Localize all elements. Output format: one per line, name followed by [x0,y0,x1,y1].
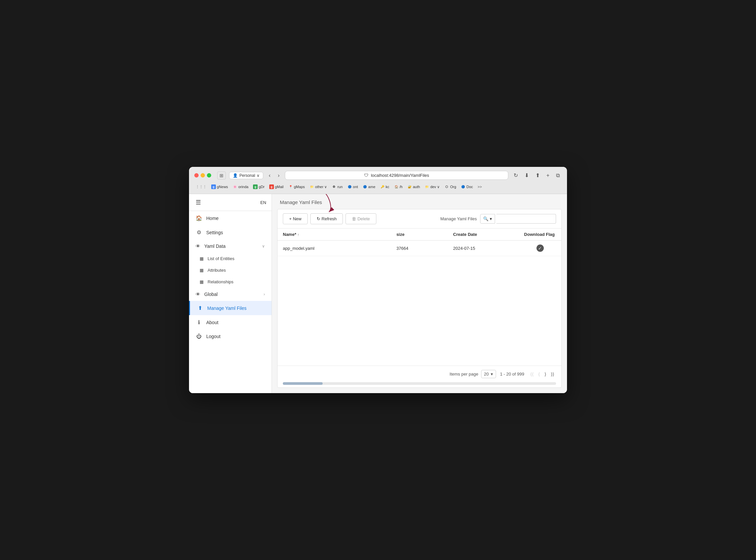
per-page-value: 20 [484,372,489,377]
bookmark-gmaps[interactable]: 📍 gMaps [287,184,306,190]
minimize-button[interactable] [201,173,205,178]
share-button[interactable]: ⬆ [533,171,542,180]
bookmark-org[interactable]: ⬡ Org [443,184,457,190]
yaml-data-chevron-icon: ∨ [262,244,265,248]
sidebar-item-about[interactable]: ℹ About [189,315,272,329]
search-icon: 🔍 [483,216,488,221]
bookmark-gmail[interactable]: g gMail [268,184,285,190]
forward-button[interactable]: › [276,171,281,180]
home-icon: 🏠 [196,215,202,221]
cell-size: 37664 [391,241,448,256]
profile-button[interactable]: 👤 Personal ∨ [229,172,263,179]
col-header-flag[interactable]: Download Flag [519,228,561,241]
shield-icon: 🛡 [364,173,369,178]
sidebar-item-settings[interactable]: ⚙ Settings [189,225,272,240]
sidebar-item-relationships[interactable]: ▦ Relationships [189,276,272,288]
sidebar-item-yaml-data[interactable]: 👁 Yaml Data ∨ [189,240,272,253]
refresh-button[interactable]: ↻ Refresh [310,213,343,224]
sidebar-item-manage-label: Manage Yaml Files [207,305,247,311]
bookmark-other[interactable]: 📁 other ∨ [308,184,328,190]
table-header-row: Name* ↑ size Create Date Download Flag [277,228,561,241]
pagination-bar: Items per page 20 ▾ 1 - 20 of 999 ⟨⟨ ⟨ ⟩… [277,365,561,382]
sidebar-item-logout-label: Logout [206,334,220,339]
bookmark-auth[interactable]: 🔐 auth [406,184,421,190]
bookmark-gdr[interactable]: g gDr [252,184,266,190]
about-icon: ℹ [196,319,202,325]
bookmark-kc[interactable]: 🔑 kc [379,184,391,190]
reload-button[interactable]: ↻ [512,171,520,180]
scrollbar-thumb[interactable] [283,382,323,385]
attributes-icon: ▦ [200,268,204,273]
sidebar-item-global[interactable]: 👁 Global › [189,288,272,301]
nav-section: 🏠 Home ⚙ Settings 👁 Yaml Data ∨ ▦ [189,211,272,343]
maximize-button[interactable] [207,173,211,178]
first-page-button[interactable]: ⟨⟨ [528,370,536,378]
bookmarks-bar: ⋮⋮⋮ g gNews 🌸 orinda g gDr g gMail 📍 gMa… [194,182,562,191]
bookmark-apps[interactable]: ⋮⋮⋮ [194,184,208,190]
bookmark-h[interactable]: 🏠 /h [393,184,404,190]
list-entities-icon: ▦ [200,256,204,261]
hamburger-button[interactable]: ☰ [194,197,202,207]
profile-label: Personal [239,173,255,178]
url-text: localhost:4298/main/YamlFiles [371,173,429,178]
bookmark-ont[interactable]: 🔵 ont [346,184,359,190]
cell-flag: ✓ [519,241,561,256]
sidebar-item-global-label: Global [204,292,217,297]
bookmark-doc[interactable]: 🔵 Doc [460,184,475,190]
settings-icon: ⚙ [196,229,202,236]
sort-icon: ↑ [297,233,299,237]
sidebar-item-attributes[interactable]: ▦ Attributes [189,264,272,276]
next-page-button[interactable]: ⟩ [543,370,548,378]
bookmark-gnews[interactable]: g gNews [210,184,229,190]
relationships-icon: ▦ [200,279,204,284]
download-button[interactable]: ⬇ [523,171,531,180]
back-button[interactable]: ‹ [267,171,272,180]
items-per-page-label: Items per page [449,372,479,377]
per-page-dropdown[interactable]: 20 ▾ [481,370,496,378]
page-header: Manage Yaml Files [272,194,567,209]
search-filter-button[interactable]: 🔍 ▾ [480,214,495,224]
address-bar[interactable]: 🛡 localhost:4298/main/YamlFiles [285,171,508,180]
close-button[interactable] [194,173,198,178]
breadcrumb: Manage Yaml Files [280,199,559,205]
last-page-button[interactable]: ⟩⟩ [549,370,556,378]
download-flag-checked-icon: ✓ [537,244,544,252]
col-header-date[interactable]: Create Date [448,228,519,241]
bookmark-dev[interactable]: 📁 dev ∨ [423,184,441,190]
yaml-data-icon: 👁 [196,243,200,249]
bookmark-run[interactable]: ⚙ run [330,184,344,190]
delete-button[interactable]: 🗑 Delete [345,213,376,224]
scrollbar-track[interactable] [283,382,556,385]
items-per-page-control: Items per page 20 ▾ [449,370,496,378]
col-header-name[interactable]: Name* ↑ [277,228,391,241]
sidebar: ☰ EN 🏠 Home ⚙ Settings 👁 Yaml Data [189,194,272,393]
bookmark-ame[interactable]: 🔵 ame [361,184,377,190]
col-header-size[interactable]: size [391,228,448,241]
sidebar-item-attributes-label: Attributes [208,268,226,273]
sidebar-item-settings-label: Settings [206,230,223,235]
main-content: Manage Yaml Files + New ↻ R [272,194,567,393]
table-spacer [277,256,561,365]
sidebar-item-yaml-data-label: Yaml Data [204,243,226,249]
prev-page-button[interactable]: ⟨ [536,370,542,378]
sidebar-item-manage-yaml-files[interactable]: ⬆ Manage Yaml Files [189,301,272,315]
page-range: 1 - 20 of 999 [500,372,524,377]
table-row[interactable]: app_model.yaml 37664 2024-07-15 ✓ [277,241,561,256]
language-button[interactable]: EN [260,200,266,205]
more-bookmarks-button[interactable]: >> [476,184,483,189]
profile-chevron-icon: ∨ [257,173,260,178]
search-input[interactable] [496,214,556,224]
logout-icon: ⏻ [196,334,202,339]
sidebar-toggle-button[interactable]: ⊞ [217,172,226,179]
windows-button[interactable]: ⧉ [554,171,562,180]
sidebar-item-logout[interactable]: ⏻ Logout [189,329,272,343]
new-button[interactable]: + New [283,213,308,224]
bookmark-orinda[interactable]: 🌸 orinda [231,184,250,190]
sidebar-item-list-label: List of Entities [208,256,234,261]
sidebar-item-list-of-entities[interactable]: ▦ List of Entities [189,253,272,264]
page-nav: ⟨⟨ ⟨ ⟩ ⟩⟩ [528,370,556,378]
sidebar-item-home[interactable]: 🏠 Home [189,211,272,225]
per-page-chevron-icon: ▾ [491,372,493,377]
card-toolbar: + New ↻ Refresh 🗑 Delete Manage Yaml Fil… [277,209,561,228]
new-tab-button[interactable]: + [544,171,551,180]
